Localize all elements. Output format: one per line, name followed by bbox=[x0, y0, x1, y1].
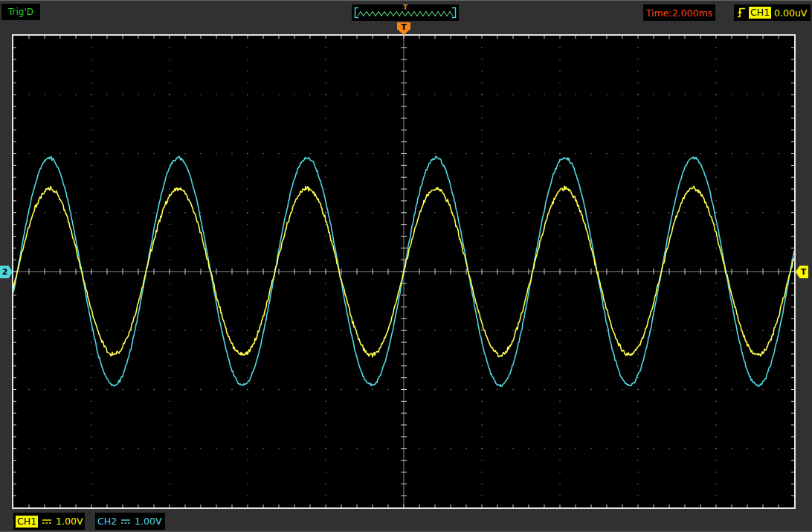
acquisition-preview[interactable]: T bbox=[352, 4, 459, 21]
trigger-info: CH1 0.00uV bbox=[734, 4, 811, 21]
ch2-dc-coupling-icon bbox=[120, 519, 131, 525]
ch2-ground-marker-label: 2 bbox=[2, 268, 8, 276]
ch1-badge: CH1 bbox=[16, 516, 38, 528]
ch2-label: CH2 bbox=[97, 516, 117, 527]
ch2-volts-per-div: 1.00V bbox=[135, 516, 161, 527]
rising-edge-icon bbox=[737, 7, 746, 19]
timebase-display: Time:2.000ms bbox=[643, 4, 715, 21]
oscilloscope-window: Trig'D T Time:2.000ms CH1 0.00uV 2 T T C… bbox=[0, 0, 812, 532]
ch1-scale-display[interactable]: CH1 1.00V bbox=[13, 513, 85, 530]
ch1-dc-coupling-icon bbox=[42, 519, 52, 525]
trigger-status-label: Trig'D bbox=[8, 7, 33, 17]
trigger-level-value: 0.00uV bbox=[774, 7, 807, 19]
preview-trigger-marker[interactable]: T bbox=[403, 4, 407, 11]
ch1-volts-per-div: 1.00V bbox=[56, 516, 83, 527]
ch2-ground-marker[interactable]: 2 bbox=[0, 266, 13, 278]
trigger-level-marker[interactable]: T bbox=[796, 266, 808, 278]
trigger-position-marker-label: T bbox=[401, 23, 407, 31]
waveform-display bbox=[12, 34, 796, 509]
ch2-scale-display[interactable]: CH2 1.00V bbox=[95, 513, 165, 530]
graticule-and-traces bbox=[13, 36, 794, 507]
trigger-position-marker[interactable]: T bbox=[397, 22, 410, 35]
trigger-status: Trig'D bbox=[1, 4, 40, 20]
trigger-level-marker-label: T bbox=[801, 268, 807, 276]
timebase-label: Time:2.000ms bbox=[646, 7, 712, 19]
trigger-source-badge: CH1 bbox=[749, 7, 771, 19]
